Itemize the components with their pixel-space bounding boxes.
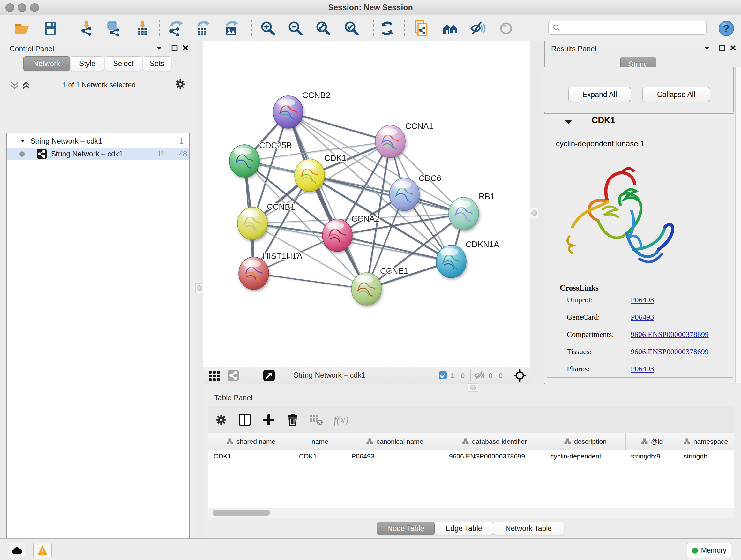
table-cell[interactable]: cyclin-dependent ...: [545, 450, 626, 462]
control-panel-close-icon[interactable]: [181, 44, 190, 52]
tab-network[interactable]: Network: [23, 56, 70, 71]
tab-sets[interactable]: Sets: [143, 56, 172, 71]
collapse-all-button[interactable]: Collapse All: [643, 87, 710, 102]
network-options-gear-icon[interactable]: [174, 78, 186, 91]
tab-network-table[interactable]: Network Table: [493, 522, 564, 535]
network-node-CDC25B[interactable]: [229, 145, 259, 177]
warning-status-button[interactable]: [33, 543, 52, 558]
results-panel-close-icon[interactable]: [728, 44, 738, 52]
cloud-status-button[interactable]: [9, 543, 25, 558]
import-table-from-file-icon[interactable]: [133, 19, 151, 37]
column-header-namespace[interactable]: namespace: [678, 433, 733, 449]
collapse-all-tree-icon[interactable]: [10, 80, 20, 92]
column-header-description[interactable]: description: [545, 433, 626, 449]
hide-panels-icon[interactable]: [469, 19, 487, 37]
search-input[interactable]: [561, 23, 706, 32]
export-table-icon[interactable]: [194, 19, 212, 37]
network-node-CCNA2[interactable]: [322, 219, 352, 252]
right-splitter-handle[interactable]: [530, 208, 538, 218]
network-node-CCNE1[interactable]: [351, 273, 381, 305]
crosslink-link[interactable]: P06493: [630, 313, 654, 321]
zoom-selected-icon[interactable]: [343, 19, 360, 37]
return-to-gallery-icon[interactable]: [441, 19, 459, 37]
zoom-in-icon[interactable]: [259, 19, 277, 37]
memory-label: Memory: [701, 546, 726, 555]
network-node-RB1[interactable]: [449, 197, 479, 230]
refresh-view-icon[interactable]: [378, 19, 396, 37]
left-splitter-handle[interactable]: [195, 283, 204, 294]
crosslink-link[interactable]: 9606.ENSP00000378699: [630, 330, 709, 339]
copy-network-to-clipboard-icon[interactable]: [413, 19, 431, 37]
network-collection-row[interactable]: String Network – cdk1 1: [7, 135, 189, 147]
column-header--id[interactable]: @id: [626, 433, 678, 449]
zoom-fit-content-icon[interactable]: [314, 19, 332, 37]
grid-view-icon[interactable]: [208, 369, 221, 383]
network-edge[interactable]: [337, 235, 451, 261]
tab-node-table[interactable]: Node Table: [377, 522, 434, 535]
export-network-icon[interactable]: [166, 19, 184, 37]
control-panel-menu-icon[interactable]: [154, 44, 164, 52]
network-row-selected[interactable]: String Network – cdk1 11 48: [7, 147, 189, 160]
network-node-CDK1[interactable]: [294, 159, 325, 192]
table-settings-gear-icon[interactable]: [213, 412, 229, 428]
tab-select[interactable]: Select: [105, 56, 142, 71]
table-cell[interactable]: CDK1: [294, 450, 346, 462]
tab-style[interactable]: Style: [71, 56, 104, 71]
column-header-database-identifier[interactable]: database identifier: [444, 433, 545, 449]
table-cell[interactable]: CDK1: [208, 450, 294, 462]
add-column-icon[interactable]: [260, 412, 277, 428]
import-network-from-file-icon[interactable]: [77, 19, 95, 37]
column-header-shared-name[interactable]: shared name: [208, 433, 294, 449]
crosslink-link[interactable]: P06493: [630, 296, 654, 304]
zoom-out-icon[interactable]: [286, 19, 305, 37]
help-icon[interactable]: ?: [718, 19, 735, 37]
delete-columns-trash-icon[interactable]: [284, 412, 301, 428]
export-image-icon[interactable]: [222, 19, 240, 37]
open-session-icon[interactable]: [13, 19, 30, 37]
save-session-icon[interactable]: [42, 19, 59, 37]
show-panels-icon[interactable]: [497, 19, 515, 37]
network-node-CDKN1A[interactable]: [436, 245, 466, 278]
control-panel-float-icon[interactable]: [170, 44, 179, 52]
birds-eye-view-icon[interactable]: [263, 369, 275, 383]
import-network-from-database-icon[interactable]: [105, 19, 122, 37]
table-cell[interactable]: 9606.ENSP00000378699: [444, 450, 545, 462]
show-columns-icon[interactable]: [237, 412, 253, 428]
column-header-name[interactable]: name: [294, 433, 346, 449]
network-node-CDC6[interactable]: [389, 178, 419, 211]
search-field[interactable]: [548, 21, 706, 35]
memory-button[interactable]: Memory: [687, 543, 731, 558]
delete-table-icon[interactable]: [308, 412, 325, 428]
network-node-CCNA1[interactable]: [375, 125, 405, 158]
network-edge[interactable]: [288, 112, 366, 289]
results-scrollbar[interactable]: [735, 67, 741, 383]
table-cell[interactable]: P06493: [346, 450, 444, 462]
cytoscape-window: Session: New Session: [0, 0, 741, 560]
tab-edge-table[interactable]: Edge Table: [434, 522, 493, 535]
collection-expander-icon[interactable]: [20, 139, 25, 143]
crosslink-link[interactable]: 9606.ENSP00000378699: [630, 348, 709, 356]
network-node-HIST1H1A[interactable]: [239, 257, 269, 290]
expand-all-button[interactable]: Expand All: [568, 87, 631, 102]
network-node-CCNB1[interactable]: [238, 207, 267, 240]
results-panel-menu-icon[interactable]: [702, 44, 712, 52]
left-splitter[interactable]: [196, 41, 203, 538]
results-panel-float-icon[interactable]: [718, 44, 727, 52]
table-cell[interactable]: stringdb:9...: [626, 450, 678, 462]
network-node-CCNB2[interactable]: [273, 96, 303, 128]
table-cell[interactable]: stringdb: [678, 450, 733, 462]
network-canvas[interactable]: CCNB2CCNA1CDC25BCDK1CDC6RB1CCNB1CCNA2CDK…: [203, 41, 530, 367]
selected-checkbox-icon[interactable]: [439, 371, 447, 381]
network-view-share-icon[interactable]: [227, 369, 239, 383]
table-horizontal-scrollbar[interactable]: [208, 508, 734, 517]
fit-selection-crosshair-icon[interactable]: [513, 369, 527, 383]
column-header-canonical-name[interactable]: canonical name: [346, 433, 444, 449]
expand-all-tree-icon[interactable]: [21, 80, 32, 92]
horizontal-splitter[interactable]: [203, 384, 741, 391]
crosslink-link[interactable]: P06493: [630, 365, 654, 373]
entry-expander-icon[interactable]: [564, 119, 572, 125]
horizontal-splitter-handle[interactable]: [468, 383, 478, 392]
network-edge[interactable]: [254, 273, 366, 289]
scrollbar-thumb[interactable]: [212, 509, 270, 516]
table-row[interactable]: CDK1CDK1P064939606.ENSP00000378699cyclin…: [208, 450, 734, 462]
